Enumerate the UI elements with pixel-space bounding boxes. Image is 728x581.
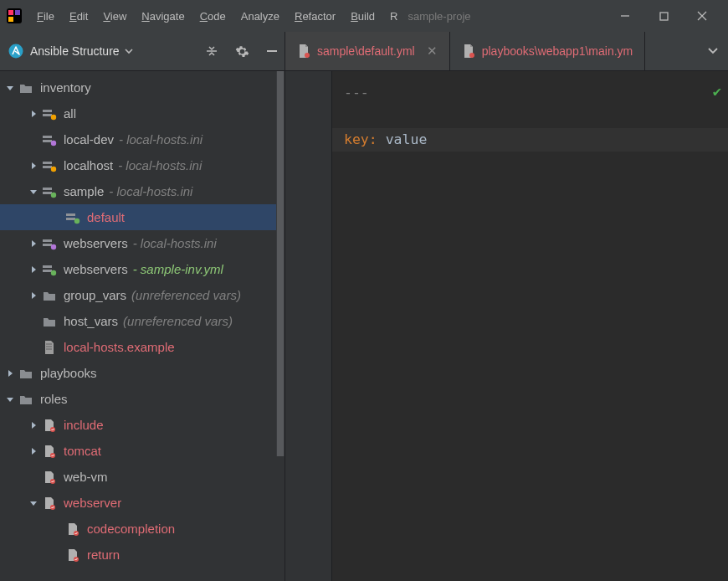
tree-item-web-vm[interactable]: web-vm bbox=[0, 464, 285, 490]
caret-right-icon[interactable] bbox=[27, 159, 40, 172]
tree-item-local-hosts-example[interactable]: local-hosts.example bbox=[0, 334, 285, 360]
hide-icon[interactable] bbox=[264, 44, 279, 59]
tree-item-label: local-hosts.example bbox=[64, 340, 175, 354]
tab-close-icon[interactable]: ✕ bbox=[427, 44, 438, 59]
tree-item-label: codecompletion bbox=[87, 522, 175, 536]
tabs-overflow[interactable] bbox=[698, 32, 728, 70]
menu-view[interactable]: View bbox=[98, 7, 131, 26]
tree-item-suffix: - local-hosts.ini bbox=[119, 132, 203, 147]
menu-code[interactable]: Code bbox=[195, 7, 231, 26]
minimize-button[interactable] bbox=[606, 0, 644, 32]
svg-rect-11 bbox=[43, 110, 52, 112]
tree-item-local-dev[interactable]: local-dev- local-hosts.ini bbox=[0, 126, 285, 152]
inv-green-icon bbox=[42, 184, 57, 199]
gear-icon[interactable] bbox=[234, 44, 249, 59]
tab-sample-default[interactable]: sample\default.yml ✕ bbox=[285, 32, 450, 70]
file-icon bbox=[42, 340, 57, 355]
tree-item-label: host_vars bbox=[64, 314, 118, 328]
caret-right-icon[interactable] bbox=[27, 445, 40, 458]
tree-item-label: return bbox=[87, 548, 120, 562]
tree-item-label: webservers bbox=[64, 262, 128, 276]
menu-refactor[interactable]: Refactor bbox=[290, 7, 341, 26]
tree-item-label: web-vm bbox=[64, 470, 108, 484]
tree-item-tomcat[interactable]: tomcat bbox=[0, 438, 285, 464]
tree-item-codecompletion[interactable]: codecompletion bbox=[0, 516, 285, 542]
code-editor[interactable]: --- key: value ✔ bbox=[332, 71, 728, 581]
menu-analyze[interactable]: Analyze bbox=[236, 7, 285, 26]
tree-item-host-vars[interactable]: host_vars(unreferenced vars) bbox=[0, 308, 285, 334]
tab-playbooks-webapp1[interactable]: playbooks\webapp1\main.ym bbox=[450, 32, 646, 70]
tree-item-roles[interactable]: roles bbox=[0, 386, 285, 412]
inv-orange-icon bbox=[42, 158, 57, 173]
caret-right-icon[interactable] bbox=[3, 367, 17, 380]
svg-rect-29 bbox=[43, 265, 52, 268]
svg-rect-23 bbox=[66, 213, 75, 216]
scrollbar[interactable] bbox=[276, 71, 285, 456]
caret-right-icon[interactable] bbox=[27, 263, 40, 276]
tree-item-playbooks[interactable]: playbooks bbox=[0, 360, 285, 386]
menu-r[interactable]: R bbox=[385, 7, 402, 26]
tree-item-localhost[interactable]: localhost- local-hosts.ini bbox=[0, 152, 285, 178]
caret-down-icon[interactable] bbox=[3, 81, 17, 95]
tab-label: sample\default.yml bbox=[317, 44, 415, 58]
close-button[interactable] bbox=[683, 0, 721, 32]
tree-item-include[interactable]: include bbox=[0, 412, 285, 438]
editor-body: --- key: value ✔ bbox=[285, 71, 728, 581]
caret-down-icon[interactable] bbox=[27, 496, 40, 510]
svg-rect-20 bbox=[43, 188, 52, 190]
tree-item-webservers[interactable]: webservers- local-hosts.ini bbox=[0, 230, 285, 256]
tree-item-default[interactable]: default bbox=[0, 204, 285, 230]
menu-edit[interactable]: Edit bbox=[64, 7, 93, 26]
role-icon bbox=[42, 444, 57, 459]
tree-item-label: roles bbox=[40, 392, 68, 406]
tree-item-label: webservers bbox=[64, 236, 128, 250]
inv-green-icon bbox=[65, 210, 80, 225]
caret-down-icon[interactable] bbox=[3, 393, 17, 406]
menu-build[interactable]: Build bbox=[346, 7, 380, 26]
window-controls bbox=[606, 0, 721, 32]
maximize-button[interactable] bbox=[644, 0, 683, 32]
svg-rect-3 bbox=[8, 17, 13, 22]
tree-item-suffix: (unreferenced vars) bbox=[123, 314, 233, 328]
sidebar-title[interactable]: Ansible Structure bbox=[30, 44, 133, 58]
tree-item-suffix: - local-hosts.ini bbox=[109, 184, 192, 198]
caret-down-icon[interactable] bbox=[27, 185, 40, 198]
tree-item-group-vars[interactable]: group_vars(unreferenced vars) bbox=[0, 282, 285, 308]
svg-point-28 bbox=[51, 244, 56, 249]
tree-item-label: local-dev bbox=[64, 132, 114, 147]
tree-item-sample[interactable]: sample- local-hosts.ini bbox=[0, 178, 285, 204]
menu-navigate[interactable]: Navigate bbox=[136, 7, 189, 26]
tree-item-all[interactable]: all bbox=[0, 100, 285, 126]
menu-file[interactable]: File bbox=[32, 7, 59, 26]
svg-rect-17 bbox=[43, 162, 52, 164]
collapse-all-icon[interactable] bbox=[204, 44, 219, 59]
tree-item-label: webserver bbox=[64, 496, 121, 510]
tree-view[interactable]: inventory all local-dev- local-hosts.ini… bbox=[0, 71, 285, 581]
tree-item-label: inventory bbox=[40, 80, 91, 95]
main-menu: FileEditViewNavigateCodeAnalyzeRefactorB… bbox=[32, 7, 402, 26]
svg-rect-18 bbox=[43, 166, 52, 168]
caret-right-icon[interactable] bbox=[27, 237, 40, 250]
svg-point-22 bbox=[51, 192, 56, 197]
svg-point-13 bbox=[51, 114, 56, 119]
scroll-thumb[interactable] bbox=[277, 71, 284, 456]
tab-bar: sample\default.yml ✕ playbooks\webapp1\m… bbox=[285, 32, 728, 71]
svg-rect-30 bbox=[43, 270, 52, 272]
tree-item-suffix: - sample-inv.yml bbox=[133, 262, 223, 276]
tree-item-inventory[interactable]: inventory bbox=[0, 75, 285, 100]
caret-right-icon[interactable] bbox=[27, 289, 40, 302]
svg-rect-1 bbox=[8, 10, 13, 15]
svg-point-16 bbox=[51, 140, 56, 145]
sidebar-title-text: Ansible Structure bbox=[30, 44, 120, 58]
tree-item-webserver[interactable]: webserver bbox=[0, 490, 285, 516]
tree-item-webservers[interactable]: webservers- sample-inv.yml bbox=[0, 256, 285, 282]
gutter bbox=[285, 71, 332, 581]
folder-icon bbox=[42, 288, 57, 303]
caret-right-icon[interactable] bbox=[27, 107, 40, 121]
folder-icon bbox=[42, 314, 57, 329]
svg-rect-12 bbox=[43, 114, 52, 116]
inv-purple-icon bbox=[42, 236, 57, 251]
tree-item-return[interactable]: return bbox=[0, 542, 285, 568]
caret-right-icon[interactable] bbox=[27, 419, 40, 432]
role-icon bbox=[42, 470, 57, 485]
